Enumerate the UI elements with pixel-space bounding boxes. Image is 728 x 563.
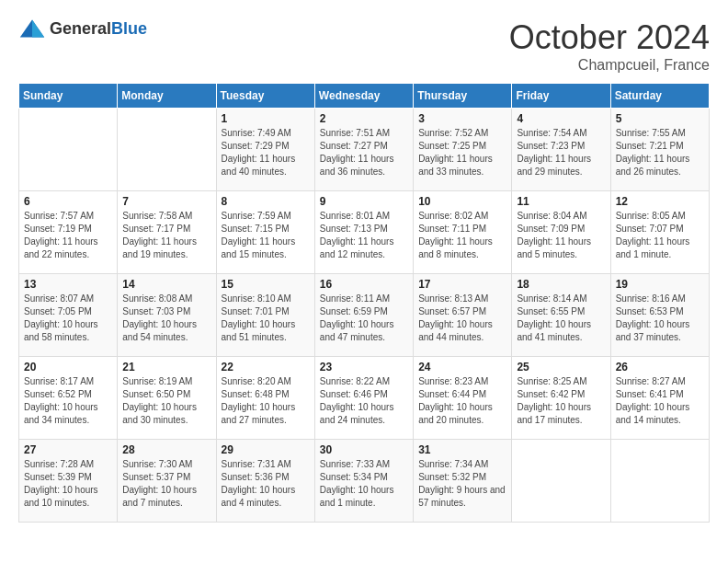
day-number: 18 <box>517 278 605 291</box>
day-number: 26 <box>616 361 704 373</box>
day-number: 31 <box>418 443 506 456</box>
day-number: 24 <box>418 361 506 373</box>
calendar-cell: 26Sunrise: 8:27 AMSunset: 6:41 PMDayligh… <box>610 357 709 440</box>
logo-general: General <box>50 19 111 38</box>
calendar-cell: 24Sunrise: 8:23 AMSunset: 6:44 PMDayligh… <box>414 357 512 440</box>
calendar-cell: 19Sunrise: 8:16 AMSunset: 6:53 PMDayligh… <box>610 274 709 357</box>
svg-marker-1 <box>32 19 44 37</box>
title-block: October 2024 Champcueil, France <box>509 18 710 74</box>
day-info: Sunrise: 7:33 AMSunset: 5:34 PMDaylight:… <box>320 458 408 510</box>
day-info: Sunrise: 8:17 AMSunset: 6:52 PMDaylight:… <box>24 375 112 427</box>
calendar-cell <box>512 440 610 523</box>
calendar-cell: 2Sunrise: 7:51 AMSunset: 7:27 PMDaylight… <box>314 109 413 191</box>
calendar-cell: 3Sunrise: 7:52 AMSunset: 7:25 PMDaylight… <box>414 109 512 191</box>
calendar-cell: 13Sunrise: 8:07 AMSunset: 7:05 PMDayligh… <box>19 274 118 357</box>
calendar-cell: 16Sunrise: 8:11 AMSunset: 6:59 PMDayligh… <box>314 274 413 357</box>
day-info: Sunrise: 7:59 AMSunset: 7:15 PMDaylight:… <box>222 210 310 261</box>
day-number: 9 <box>320 195 408 208</box>
day-info: Sunrise: 8:25 AMSunset: 6:42 PMDaylight:… <box>517 375 605 427</box>
day-info: Sunrise: 8:20 AMSunset: 6:48 PMDaylight:… <box>222 375 310 427</box>
col-thursday: Thursday <box>414 84 512 109</box>
calendar-cell: 1Sunrise: 7:49 AMSunset: 7:29 PMDaylight… <box>216 109 314 191</box>
day-number: 28 <box>122 443 210 456</box>
week-row-3: 13Sunrise: 8:07 AMSunset: 7:05 PMDayligh… <box>19 274 710 357</box>
day-info: Sunrise: 8:22 AMSunset: 6:46 PMDaylight:… <box>320 375 408 427</box>
calendar-cell: 11Sunrise: 8:04 AMSunset: 7:09 PMDayligh… <box>512 191 610 274</box>
day-number: 23 <box>320 361 408 373</box>
day-number: 29 <box>222 443 310 456</box>
calendar-cell: 27Sunrise: 7:28 AMSunset: 5:39 PMDayligh… <box>19 440 118 523</box>
day-number: 12 <box>616 195 704 208</box>
week-row-5: 27Sunrise: 7:28 AMSunset: 5:39 PMDayligh… <box>19 440 710 523</box>
day-info: Sunrise: 7:34 AMSunset: 5:32 PMDaylight:… <box>418 458 506 510</box>
calendar-cell: 28Sunrise: 7:30 AMSunset: 5:37 PMDayligh… <box>118 440 216 523</box>
day-number: 2 <box>320 112 408 125</box>
col-saturday: Saturday <box>610 84 709 109</box>
day-number: 15 <box>222 278 310 291</box>
day-number: 10 <box>418 195 506 208</box>
calendar-table: Sunday Monday Tuesday Wednesday Thursday… <box>18 83 710 523</box>
day-number: 25 <box>517 361 605 373</box>
logo-text: GeneralBlue <box>50 19 147 39</box>
day-info: Sunrise: 8:08 AMSunset: 7:03 PMDaylight:… <box>122 293 210 344</box>
calendar-cell <box>610 440 709 523</box>
day-number: 22 <box>222 361 310 373</box>
col-monday: Monday <box>118 84 216 109</box>
day-info: Sunrise: 8:11 AMSunset: 6:59 PMDaylight:… <box>320 293 408 344</box>
calendar-cell: 6Sunrise: 7:57 AMSunset: 7:19 PMDaylight… <box>19 191 118 274</box>
day-number: 17 <box>418 278 506 291</box>
calendar-cell: 20Sunrise: 8:17 AMSunset: 6:52 PMDayligh… <box>19 357 118 440</box>
day-info: Sunrise: 7:28 AMSunset: 5:39 PMDaylight:… <box>24 458 112 510</box>
day-info: Sunrise: 8:14 AMSunset: 6:55 PMDaylight:… <box>517 293 605 344</box>
calendar-cell: 21Sunrise: 8:19 AMSunset: 6:50 PMDayligh… <box>118 357 216 440</box>
day-number: 16 <box>320 278 408 291</box>
location-subtitle: Champcueil, France <box>509 57 710 74</box>
day-info: Sunrise: 8:23 AMSunset: 6:44 PMDaylight:… <box>418 375 506 427</box>
calendar-cell: 5Sunrise: 7:55 AMSunset: 7:21 PMDaylight… <box>610 109 709 191</box>
calendar-cell: 29Sunrise: 7:31 AMSunset: 5:36 PMDayligh… <box>216 440 314 523</box>
calendar-cell: 8Sunrise: 7:59 AMSunset: 7:15 PMDaylight… <box>216 191 314 274</box>
day-info: Sunrise: 8:10 AMSunset: 7:01 PMDaylight:… <box>222 293 310 344</box>
day-number: 11 <box>517 195 605 208</box>
day-number: 30 <box>320 443 408 456</box>
header-row: Sunday Monday Tuesday Wednesday Thursday… <box>19 84 710 109</box>
calendar-cell: 25Sunrise: 8:25 AMSunset: 6:42 PMDayligh… <box>512 357 610 440</box>
calendar-cell: 18Sunrise: 8:14 AMSunset: 6:55 PMDayligh… <box>512 274 610 357</box>
calendar-cell: 23Sunrise: 8:22 AMSunset: 6:46 PMDayligh… <box>314 357 413 440</box>
day-number: 1 <box>222 112 310 125</box>
day-info: Sunrise: 8:05 AMSunset: 7:07 PMDaylight:… <box>616 210 704 261</box>
col-sunday: Sunday <box>19 84 118 109</box>
day-info: Sunrise: 8:16 AMSunset: 6:53 PMDaylight:… <box>616 293 704 344</box>
calendar-cell: 30Sunrise: 7:33 AMSunset: 5:34 PMDayligh… <box>314 440 413 523</box>
col-wednesday: Wednesday <box>314 84 413 109</box>
calendar-cell: 31Sunrise: 7:34 AMSunset: 5:32 PMDayligh… <box>414 440 512 523</box>
day-info: Sunrise: 8:04 AMSunset: 7:09 PMDaylight:… <box>517 210 605 261</box>
day-info: Sunrise: 7:31 AMSunset: 5:36 PMDaylight:… <box>222 458 310 510</box>
calendar-cell: 17Sunrise: 8:13 AMSunset: 6:57 PMDayligh… <box>414 274 512 357</box>
calendar-cell: 14Sunrise: 8:08 AMSunset: 7:03 PMDayligh… <box>118 274 216 357</box>
day-info: Sunrise: 7:51 AMSunset: 7:27 PMDaylight:… <box>320 127 408 178</box>
day-number: 3 <box>418 112 506 125</box>
day-info: Sunrise: 7:54 AMSunset: 7:23 PMDaylight:… <box>517 127 605 178</box>
day-number: 19 <box>616 278 704 291</box>
day-number: 8 <box>222 195 310 208</box>
calendar-cell: 10Sunrise: 8:02 AMSunset: 7:11 PMDayligh… <box>414 191 512 274</box>
calendar-cell: 9Sunrise: 8:01 AMSunset: 7:13 PMDaylight… <box>314 191 413 274</box>
day-info: Sunrise: 8:07 AMSunset: 7:05 PMDaylight:… <box>24 293 112 344</box>
day-number: 21 <box>122 361 210 373</box>
logo-icon <box>18 18 46 39</box>
day-info: Sunrise: 8:01 AMSunset: 7:13 PMDaylight:… <box>320 210 408 261</box>
logo: GeneralBlue <box>18 18 147 39</box>
week-row-2: 6Sunrise: 7:57 AMSunset: 7:19 PMDaylight… <box>19 191 710 274</box>
day-info: Sunrise: 8:27 AMSunset: 6:41 PMDaylight:… <box>616 375 704 427</box>
day-info: Sunrise: 8:02 AMSunset: 7:11 PMDaylight:… <box>418 210 506 261</box>
calendar-cell: 15Sunrise: 8:10 AMSunset: 7:01 PMDayligh… <box>216 274 314 357</box>
day-number: 13 <box>24 278 112 291</box>
calendar-cell <box>19 109 118 191</box>
day-info: Sunrise: 8:13 AMSunset: 6:57 PMDaylight:… <box>418 293 506 344</box>
calendar-cell: 22Sunrise: 8:20 AMSunset: 6:48 PMDayligh… <box>216 357 314 440</box>
col-tuesday: Tuesday <box>216 84 314 109</box>
calendar-cell: 4Sunrise: 7:54 AMSunset: 7:23 PMDaylight… <box>512 109 610 191</box>
day-number: 5 <box>616 112 704 125</box>
logo-blue: Blue <box>111 19 147 38</box>
